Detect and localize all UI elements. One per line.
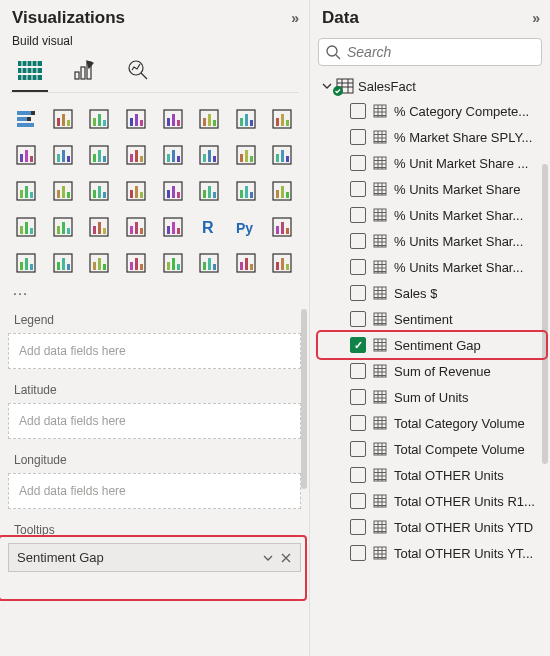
field-row[interactable]: Sum of Revenue (318, 358, 546, 384)
viz-type-stacked-column[interactable] (47, 103, 79, 135)
viz-type-stacked-area[interactable] (10, 139, 42, 171)
svg-rect-111 (25, 222, 28, 234)
field-checkbox[interactable] (350, 467, 366, 483)
field-checkbox[interactable] (350, 389, 366, 405)
viz-type-100-bar[interactable] (157, 103, 189, 135)
field-checkbox[interactable] (350, 233, 366, 249)
viz-type-decomposition[interactable] (10, 247, 42, 279)
viz-type-pie[interactable] (266, 139, 298, 171)
field-checkbox[interactable] (350, 337, 366, 353)
viz-type-py[interactable]: Py (230, 211, 262, 243)
viz-type-waterfall[interactable] (157, 139, 189, 171)
scrollbar[interactable] (542, 164, 548, 464)
viz-type-more-viz[interactable] (266, 247, 298, 279)
field-row[interactable]: Total Category Volume (318, 410, 546, 436)
field-row[interactable]: % Category Compete... (318, 98, 546, 124)
field-checkbox[interactable] (350, 181, 366, 197)
field-checkbox[interactable] (350, 545, 366, 561)
viz-type-line-column[interactable] (83, 139, 115, 171)
field-row[interactable]: Total OTHER Units R1... (318, 488, 546, 514)
viz-type-azure-map[interactable] (157, 175, 189, 207)
field-checkbox[interactable] (350, 441, 366, 457)
field-row[interactable]: Total OTHER Units YTD (318, 514, 546, 540)
viz-type-paginated[interactable] (157, 247, 189, 279)
viz-type-funnel[interactable] (193, 139, 225, 171)
field-checkbox[interactable] (350, 493, 366, 509)
table-salesfact[interactable]: SalesFact (318, 74, 546, 98)
viz-type-clustered-bar[interactable] (83, 103, 115, 135)
field-checkbox[interactable] (350, 155, 366, 171)
viz-type-treemap[interactable] (47, 175, 79, 207)
collapse-icon[interactable]: » (291, 10, 299, 26)
field-row[interactable]: % Units Market Share (318, 176, 546, 202)
viz-type-smart-narrative[interactable] (83, 247, 115, 279)
field-row[interactable]: % Unit Market Share ... (318, 150, 546, 176)
viz-type-gauge[interactable] (230, 175, 262, 207)
well-dropzone[interactable]: Add data fields here (8, 333, 301, 369)
close-icon[interactable] (280, 552, 292, 564)
svg-rect-138 (30, 264, 33, 270)
viz-type-power-apps[interactable] (193, 247, 225, 279)
viz-type-donut[interactable] (10, 175, 42, 207)
scrollbar[interactable] (301, 309, 307, 489)
build-visual-tab[interactable] (14, 54, 46, 86)
viz-type-qa[interactable] (47, 247, 79, 279)
field-checkbox[interactable] (350, 103, 366, 119)
viz-type-filled-map[interactable] (120, 175, 152, 207)
viz-type-slicer[interactable] (83, 211, 115, 243)
search-box[interactable] (318, 38, 542, 66)
field-row[interactable]: % Units Market Shar... (318, 228, 546, 254)
viz-type-line[interactable] (230, 103, 262, 135)
field-label: Sum of Units (394, 390, 468, 405)
chevron-down-icon[interactable] (262, 552, 274, 564)
viz-type-line-stacked[interactable] (47, 139, 79, 171)
well-label: Latitude (8, 377, 301, 403)
viz-type-metrics[interactable] (120, 247, 152, 279)
svg-rect-120 (103, 228, 106, 234)
field-row[interactable]: % Units Market Shar... (318, 254, 546, 280)
field-row[interactable]: % Market Share SPLY... (318, 124, 546, 150)
viz-type-stacked-bar[interactable] (10, 103, 42, 135)
viz-type-r[interactable]: R (193, 211, 225, 243)
field-checkbox[interactable] (350, 129, 366, 145)
collapse-icon[interactable]: » (532, 10, 540, 26)
field-row[interactable]: % Units Market Shar... (318, 202, 546, 228)
field-row[interactable]: Total Compete Volume (318, 436, 546, 462)
analytics-tab[interactable] (122, 54, 154, 86)
viz-type-clustered-column[interactable] (120, 103, 152, 135)
viz-type-card[interactable] (266, 175, 298, 207)
field-checkbox[interactable] (350, 259, 366, 275)
viz-type-shape-map[interactable] (193, 175, 225, 207)
well-dropzone[interactable]: Add data fields here (8, 473, 301, 509)
field-checkbox[interactable] (350, 519, 366, 535)
svg-rect-102 (240, 190, 243, 198)
field-checkbox[interactable] (350, 311, 366, 327)
field-checkbox[interactable] (350, 363, 366, 379)
field-checkbox[interactable] (350, 415, 366, 431)
viz-type-100-column[interactable] (193, 103, 225, 135)
field-row[interactable]: Sentiment Gap (318, 332, 546, 358)
svg-rect-16 (27, 117, 31, 121)
viz-type-kpi[interactable] (47, 211, 79, 243)
viz-type-table[interactable] (120, 211, 152, 243)
field-row[interactable]: Sum of Units (318, 384, 546, 410)
viz-type-power-automate[interactable] (230, 247, 262, 279)
field-checkbox[interactable] (350, 207, 366, 223)
viz-type-multi-card[interactable] (10, 211, 42, 243)
field-row[interactable]: Total OTHER Units YT... (318, 540, 546, 566)
viz-type-area[interactable] (266, 103, 298, 135)
field-checkbox[interactable] (350, 285, 366, 301)
format-visual-tab[interactable] (68, 54, 100, 86)
field-row[interactable]: Sentiment (318, 306, 546, 332)
viz-type-key-influencers[interactable] (266, 211, 298, 243)
well-dropzone[interactable]: Add data fields here (8, 403, 301, 439)
field-row[interactable]: Total OTHER Units (318, 462, 546, 488)
viz-type-ribbon[interactable] (120, 139, 152, 171)
field-chip[interactable]: Sentiment Gap (8, 543, 301, 572)
field-row[interactable]: Sales $ (318, 280, 546, 306)
viz-more-button[interactable]: … (0, 279, 309, 307)
search-input[interactable] (347, 44, 535, 60)
viz-type-matrix[interactable] (157, 211, 189, 243)
viz-type-map[interactable] (83, 175, 115, 207)
viz-type-scatter[interactable] (230, 139, 262, 171)
